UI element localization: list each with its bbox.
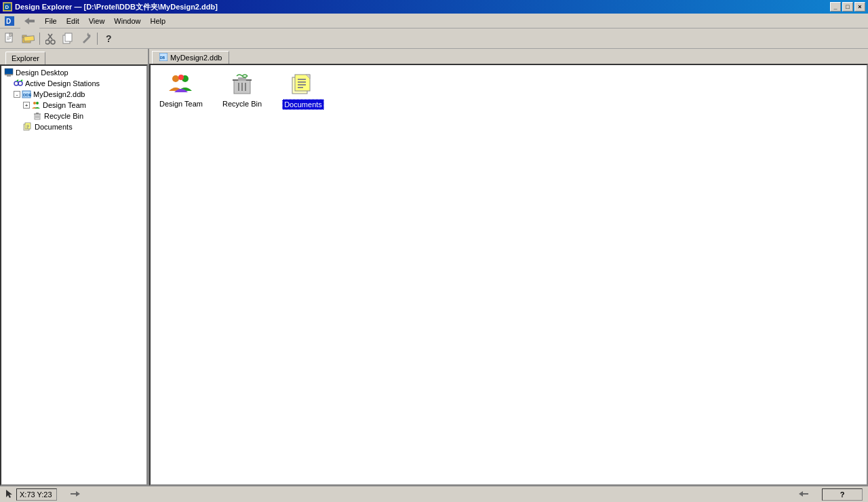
svg-rect-61 — [298, 87, 303, 88]
explorer-tab[interactable]: Explorer — [5, 52, 45, 64]
team-icon — [31, 100, 41, 110]
menu-file[interactable]: File — [41, 16, 61, 26]
content-icon-documents[interactable]: Documents — [279, 72, 327, 110]
content-tab-label: MyDesign2.ddb — [170, 54, 222, 62]
close-button[interactable]: × — [854, 2, 865, 12]
svg-marker-4 — [24, 18, 29, 24]
svg-rect-43 — [26, 126, 29, 127]
svg-rect-67 — [803, 493, 808, 495]
menu-view[interactable]: View — [85, 16, 109, 26]
tree-label-recycle-bin: Recycle Bin — [44, 112, 83, 120]
svg-rect-23 — [5, 74, 13, 75]
tree-label-documents: Documents — [35, 123, 73, 131]
menu-window[interactable]: Window — [110, 16, 144, 26]
tree-label-design-desktop: Design Desktop — [16, 69, 68, 77]
ddb-icon: DDB — [22, 90, 31, 99]
content-tab-icon: DB — [159, 53, 167, 62]
svg-rect-44 — [26, 128, 28, 128]
toolbar-new-btn[interactable] — [3, 31, 19, 46]
tree-item-design-desktop[interactable]: Design Desktop — [3, 67, 145, 78]
content-area: DB MyDesign2.ddb — [149, 49, 868, 486]
svg-marker-66 — [799, 491, 803, 497]
content-icon-design-team[interactable]: Design Team — [157, 72, 205, 109]
recycle-bin-icon-img — [230, 72, 254, 96]
toolbar-wrench-btn[interactable] — [78, 31, 94, 46]
toolbar-copy-btn[interactable] — [60, 31, 77, 46]
documents-icon-label: Documents — [282, 99, 324, 110]
main-layout: Explorer Design Desktop — [0, 49, 868, 486]
toolbar-sep-1 — [39, 33, 40, 45]
svg-rect-65 — [71, 493, 76, 495]
arrow-right-icon — [799, 490, 808, 499]
recycle-tree-icon — [33, 111, 42, 121]
svg-marker-63 — [6, 490, 12, 498]
status-coords-section: X:73 Y:23 — [5, 488, 57, 501]
svg-point-33 — [36, 102, 39, 104]
svg-rect-59 — [298, 81, 306, 83]
svg-rect-10 — [7, 38, 11, 39]
design-team-icon-label: Design Team — [158, 99, 204, 109]
documents-icon-img — [291, 72, 315, 96]
svg-point-26 — [18, 81, 22, 85]
svg-rect-5 — [29, 20, 35, 22]
toolbar-sep-2 — [97, 33, 98, 45]
svg-marker-64 — [76, 491, 80, 497]
svg-point-49 — [178, 75, 184, 80]
minimize-button[interactable]: _ — [830, 2, 841, 12]
menu-help[interactable]: Help — [146, 16, 170, 26]
tree-item-recycle-bin[interactable]: Recycle Bin — [3, 111, 145, 121]
maximize-button[interactable]: □ — [842, 2, 853, 12]
toolbar-cut-btn[interactable] — [43, 31, 59, 46]
status-bar: X:73 Y:23 ? — [0, 486, 868, 502]
explorer-panel: Explorer Design Desktop — [0, 49, 149, 486]
toolbar-open-btn[interactable] — [20, 31, 37, 46]
desktop-icon — [4, 68, 14, 77]
content-body: Design Team — [149, 64, 868, 486]
tree-item-active-design-stations[interactable]: Active Design Stations — [3, 78, 145, 89]
svg-rect-9 — [7, 37, 11, 37]
cursor-icon — [5, 489, 14, 500]
app-icon: D — [3, 2, 12, 12]
tree-item-documents[interactable]: Documents — [3, 121, 145, 132]
content-tab-mydesign2[interactable]: DB MyDesign2.ddb — [152, 51, 229, 64]
tree-label-active-design-stations: Active Design Stations — [25, 79, 100, 88]
status-arrow-right-section — [799, 490, 808, 499]
tree-label-design-team: Design Team — [43, 101, 86, 109]
toolbar: ? — [0, 28, 868, 49]
recycle-bin-icon-label: Recycle Bin — [221, 99, 263, 109]
svg-rect-60 — [298, 84, 306, 85]
svg-point-18 — [51, 40, 55, 44]
app-menu-icon[interactable]: D — [3, 15, 16, 27]
svg-text:D: D — [6, 18, 11, 25]
svg-rect-58 — [298, 79, 306, 80]
svg-point-25 — [14, 81, 18, 85]
svg-point-47 — [172, 75, 179, 82]
svg-text:D: D — [5, 4, 9, 10]
design-team-icon-img — [169, 72, 193, 96]
content-tab-bar: DB MyDesign2.ddb — [149, 49, 868, 64]
window-controls: _ □ × — [830, 2, 865, 12]
documents-tree-icon — [23, 122, 33, 132]
status-help[interactable]: ? — [822, 488, 863, 501]
tree-item-mydesign2-ddb[interactable]: - DDB MyDesign2.ddb — [3, 89, 145, 100]
stations-icon — [14, 79, 23, 88]
svg-point-32 — [33, 102, 36, 104]
svg-text:DDB: DDB — [23, 93, 31, 97]
svg-rect-11 — [7, 39, 9, 40]
tree-label-mydesign2-ddb: MyDesign2.ddb — [33, 90, 85, 98]
svg-rect-42 — [26, 125, 29, 125]
toolbar-help-btn[interactable]: ? — [100, 31, 117, 46]
menu-edit[interactable]: Edit — [62, 16, 83, 26]
expand-mydesign2[interactable]: - — [14, 91, 20, 98]
svg-rect-24 — [7, 75, 11, 77]
content-icon-recycle-bin[interactable]: Recycle Bin — [218, 72, 266, 109]
svg-rect-20 — [65, 33, 72, 41]
svg-text:?: ? — [106, 33, 112, 44]
expand-design-team[interactable]: + — [23, 102, 30, 109]
status-coords: X:73 Y:23 — [16, 488, 57, 501]
svg-rect-22 — [5, 69, 13, 75]
arrow-left-icon — [71, 490, 80, 499]
title-bar: D Design Explorer — [D:\Protel\DDB文件夹\My… — [0, 0, 868, 14]
tree-item-design-team[interactable]: + Design Team — [3, 100, 145, 111]
back-button[interactable] — [20, 14, 39, 28]
